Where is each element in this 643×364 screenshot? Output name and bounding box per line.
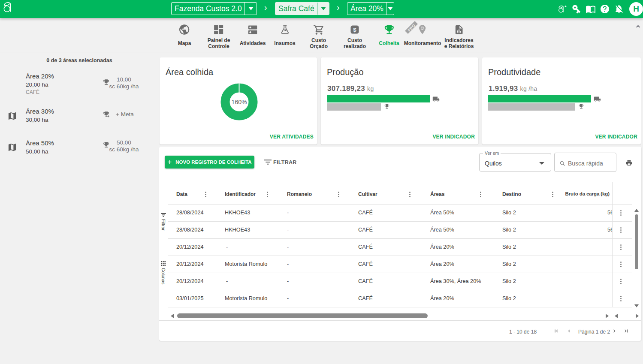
svg-text:160%: 160% xyxy=(232,99,247,105)
svg-text:$: $ xyxy=(353,27,356,33)
